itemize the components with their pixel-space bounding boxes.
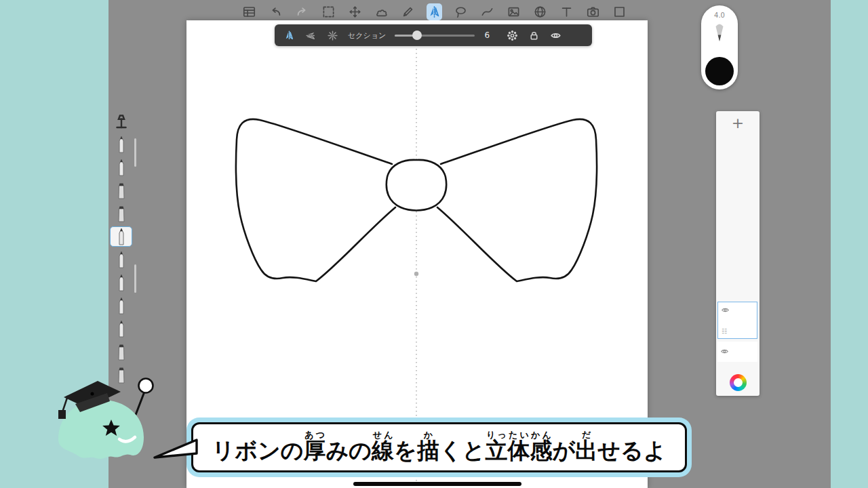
brush-size-value: 4.0 (714, 12, 725, 19)
brush-nib-icon (713, 20, 726, 43)
mascot-body (58, 400, 144, 459)
symmetry-axis-handle[interactable] (414, 272, 418, 276)
menu-icon[interactable] (241, 3, 257, 20)
brush-slot-6[interactable] (110, 226, 132, 247)
caption-text: リボンの厚あつみの線せんを描かくと立体感りったいかんが出だせるよ (212, 430, 666, 466)
drawing-app-window: セクション 6 4.0 + ☷ (108, 0, 831, 488)
drawing-canvas[interactable] (186, 20, 648, 488)
visibility-icon[interactable] (549, 29, 562, 42)
symmetry-options-bar: セクション 6 (275, 24, 592, 46)
brush-scrollbar[interactable] (134, 264, 136, 293)
pencil-tool-icon[interactable] (400, 3, 416, 20)
section-value: 6 (484, 30, 490, 40)
brush-slot-8[interactable] (110, 272, 132, 293)
pin-needle (136, 392, 144, 415)
brush-slot-10[interactable] (110, 319, 132, 339)
pin-head-icon (139, 379, 153, 393)
camera-tool-icon[interactable] (585, 3, 601, 20)
bow-center-knot (387, 160, 446, 211)
layer-options-icon[interactable]: ☷ (722, 328, 727, 335)
symmetry-icon-group (283, 29, 339, 42)
brush-slot-7[interactable] (110, 249, 132, 270)
move-tool-icon[interactable] (347, 3, 363, 20)
undo-icon[interactable] (268, 3, 283, 20)
marquee-select-icon[interactable] (321, 3, 336, 20)
color-wheel-button[interactable] (730, 374, 747, 391)
bow-right-wing (437, 119, 597, 281)
brush-slot-4[interactable] (110, 180, 132, 201)
section-slider[interactable] (395, 30, 475, 40)
curve-tool-icon[interactable] (479, 3, 495, 20)
kaleidoscope-icon[interactable] (506, 29, 519, 42)
add-layer-button[interactable]: + (716, 115, 760, 131)
radial-symmetry-icon[interactable] (326, 29, 339, 42)
image-tool-icon[interactable] (506, 3, 521, 20)
brush-slot-5[interactable] (110, 203, 132, 224)
current-color-swatch[interactable] (705, 57, 734, 85)
brush-scrollbar[interactable] (134, 138, 136, 167)
cap-button (91, 392, 94, 396)
slider-knob[interactable] (412, 30, 422, 40)
mascot-character (45, 371, 159, 487)
frame-tool-icon[interactable] (612, 3, 627, 20)
text-tool-icon[interactable] (559, 3, 574, 20)
caption-bubble-tail (151, 437, 199, 467)
cap-tassel-end (58, 410, 66, 419)
home-indicator-bar[interactable] (353, 482, 521, 486)
lock-icon[interactable] (528, 29, 540, 42)
brush-slot-3[interactable] (110, 157, 132, 178)
section-label: セクション (348, 30, 386, 41)
lasso-tool-icon[interactable] (453, 3, 469, 20)
symmetry-vertical-icon[interactable] (283, 29, 296, 42)
layer-background-row[interactable] (717, 342, 757, 362)
layer-visibility-icon[interactable] (721, 304, 730, 317)
perspective-tool-icon[interactable] (532, 3, 548, 20)
brush-size-indicator[interactable]: 4.0 (701, 5, 738, 89)
bow-drawing (186, 20, 648, 488)
brush-panel (110, 111, 134, 388)
bow-left-wing (236, 119, 395, 281)
layers-panel: + ☷ (716, 111, 760, 396)
caption-bubble: リボンの厚あつみの線せんを描かくと立体感りったいかんが出だせるよ (191, 422, 687, 472)
brush-slot-9[interactable] (110, 296, 132, 316)
brush-slot-11[interactable] (110, 342, 132, 362)
symmetry-horizontal-icon[interactable] (304, 29, 317, 42)
symmetry-extra-group (506, 29, 562, 42)
layer-thumbnail-selected[interactable]: ☷ (717, 302, 757, 339)
video-background-right (831, 0, 868, 488)
airbrush-tool[interactable] (110, 111, 132, 131)
redo-icon[interactable] (294, 3, 310, 20)
brush-slot-2[interactable] (110, 134, 132, 155)
symmetry-tool-icon[interactable] (427, 3, 442, 20)
fill-tool-icon[interactable] (374, 3, 389, 20)
top-toolbar (241, 2, 627, 21)
layer-visibility-icon[interactable] (720, 346, 729, 359)
